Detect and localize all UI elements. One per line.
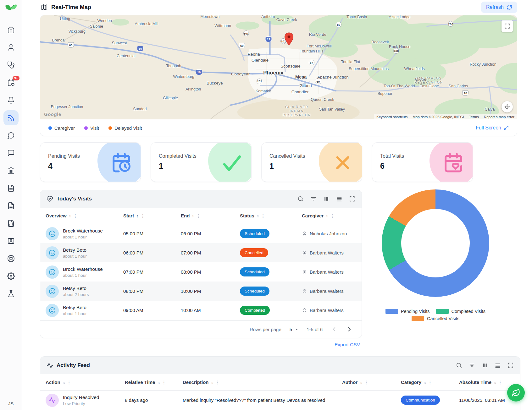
row-density-icon[interactable] [336, 196, 342, 202]
table-row[interactable]: Betsy Beto about 1 hour 09:00 AM 10:00 A… [40, 301, 362, 320]
user-icon[interactable] [7, 44, 15, 51]
status-badge: Scheduled [240, 229, 269, 238]
fullscreen-icon[interactable] [507, 362, 514, 369]
patient-name: Brock Waterhouse [63, 228, 103, 234]
stat-card-cancelled[interactable]: Cancelled Visits 1 [261, 142, 362, 182]
patient-avatar [46, 265, 59, 279]
sort-icon[interactable]: ↑↓ [192, 214, 194, 218]
table-row[interactable]: Betsy Beto about 1 hour 06:00 PM 07:00 P… [40, 243, 362, 262]
stat-card-total[interactable]: Total Visits 6 [372, 142, 473, 182]
stat-card-pending[interactable]: Pending Visits 4 [40, 142, 141, 182]
home-icon[interactable] [7, 26, 15, 34]
sort-icon[interactable]: ↑↓ [69, 214, 71, 218]
columns-icon[interactable] [323, 196, 330, 202]
sort-icon[interactable]: ↑↓ [360, 380, 362, 384]
column-menu-icon[interactable]: ⋮ [364, 380, 369, 385]
legend-cancelled-visits[interactable]: Cancelled Visits [412, 316, 459, 321]
column-menu-icon[interactable]: ⋮ [196, 213, 201, 218]
column-menu-icon[interactable]: ⋮ [330, 213, 335, 218]
column-menu-icon[interactable]: ⋮ [73, 213, 78, 218]
user-avatar-initials[interactable]: JS [0, 401, 22, 406]
column-menu-icon[interactable]: ⋮ [428, 380, 432, 385]
chat-leaf-button[interactable] [507, 384, 525, 402]
sort-icon[interactable]: ↑↓ [494, 380, 496, 384]
life-buoy-icon[interactable] [7, 255, 15, 262]
file-chart-icon[interactable] [7, 220, 15, 227]
columns-icon[interactable] [482, 362, 488, 369]
stat-card-completed[interactable]: Completed Visits 1 [151, 142, 252, 182]
sort-icon[interactable]: ↑↓ [63, 380, 65, 384]
map-full-screen-link[interactable]: Full Screen [476, 125, 509, 131]
attribution-terms[interactable]: Terms [469, 115, 479, 119]
end-time: 10:00 PM [181, 288, 240, 294]
visit-duration: about 1 hour [63, 235, 103, 239]
activity-icon [47, 362, 53, 369]
column-menu-icon[interactable]: ⋮ [162, 380, 166, 385]
sort-asc-icon[interactable]: ↑ [136, 213, 138, 218]
map-pan-control[interactable] [502, 101, 513, 112]
visits-card-header: Today's Visits [40, 190, 362, 208]
leaf-icon [512, 388, 520, 397]
sort-icon[interactable]: ↑↓ [257, 214, 259, 218]
attribution-keyboard[interactable]: Keyboard shortcuts [376, 115, 407, 119]
column-menu-icon[interactable]: ⋮ [67, 380, 71, 385]
column-menu-icon[interactable]: ⋮ [261, 213, 265, 218]
landmark-icon[interactable] [7, 167, 15, 174]
attribution-report[interactable]: Report a map error [484, 115, 514, 119]
filter-icon[interactable] [469, 362, 475, 369]
search-icon[interactable] [456, 362, 462, 369]
table-row[interactable]: Betsy Beto about 2 hours 08:00 PM 10:00 … [40, 282, 362, 301]
visit-duration: about 1 hour [63, 311, 87, 316]
next-page-icon[interactable] [346, 326, 353, 333]
file-text-icon[interactable] [7, 202, 15, 210]
activity-avatar [46, 394, 59, 407]
visits-toolbar [297, 196, 355, 202]
row-density-icon[interactable] [495, 362, 501, 369]
gear-icon[interactable] [7, 272, 15, 280]
table-row[interactable]: Inquiry Resolved Low Priority 8 days ago… [40, 391, 520, 410]
column-menu-icon[interactable]: ⋮ [498, 380, 502, 385]
flask-icon[interactable] [7, 290, 15, 298]
map-canvas[interactable]: PhoenixMesaGlendaleScottsdalePeoriaGoody… [40, 15, 517, 119]
donut-chart[interactable] [382, 189, 489, 297]
refresh-button[interactable]: Refresh [481, 2, 517, 13]
activity-card-title: Activity Feed [57, 362, 90, 369]
rows-per-page-select[interactable]: 5 [290, 327, 298, 332]
status-badge: Cancelled [240, 248, 268, 257]
column-menu-icon[interactable]: ⋮ [215, 380, 220, 385]
stethoscope-icon[interactable] [7, 61, 15, 69]
search-icon[interactable] [297, 196, 304, 202]
message-circle-icon[interactable] [7, 132, 15, 139]
previous-page-icon[interactable] [331, 326, 338, 333]
table-row[interactable]: Brock Waterhouse about 1 hour 07:00 PM 0… [40, 262, 362, 282]
caregiver-name: Barbara Walters [310, 288, 344, 294]
legend-pending-visits[interactable]: Pending Visits [385, 309, 430, 314]
filter-icon[interactable] [310, 196, 317, 202]
column-menu-icon[interactable]: ⋮ [141, 213, 145, 218]
sort-icon[interactable]: ↑↓ [424, 380, 426, 384]
calendar-heart-icon[interactable]: 9+ [7, 79, 15, 86]
bell-icon[interactable] [7, 96, 15, 104]
patient-name: Betsy Beto [63, 247, 87, 253]
id-card-icon[interactable] [7, 237, 15, 245]
sort-icon[interactable]: ↑↓ [211, 380, 213, 384]
table-row[interactable]: Brock Waterhouse about 1 hour 05:00 PM 0… [40, 224, 362, 243]
sort-icon[interactable]: ↑↓ [157, 380, 159, 384]
rows-per-page-label: Rows per page [250, 327, 281, 332]
file-spreadsheet-icon[interactable] [7, 184, 15, 192]
map-icon [41, 4, 48, 11]
fullscreen-icon[interactable] [349, 196, 355, 202]
map-fullscreen-control[interactable] [502, 20, 513, 32]
expand-icon [504, 125, 509, 130]
sort-icon[interactable]: ↑↓ [326, 214, 328, 218]
app-logo-leaf-icon[interactable] [4, 3, 18, 15]
end-time: 08:00 PM [181, 269, 240, 275]
activity-table-header: Action↑↓⋮ Relative Time↑↓⋮ Description↑↓… [40, 374, 520, 391]
export-csv-link[interactable]: Export CSV [40, 342, 362, 347]
legend-completed-visits[interactable]: Completed Visits [436, 309, 486, 314]
person-icon [302, 231, 307, 236]
rss-icon[interactable] [3, 110, 19, 125]
person-icon [302, 288, 307, 294]
map-pin-marker[interactable] [284, 32, 294, 46]
message-square-icon[interactable] [7, 149, 15, 157]
